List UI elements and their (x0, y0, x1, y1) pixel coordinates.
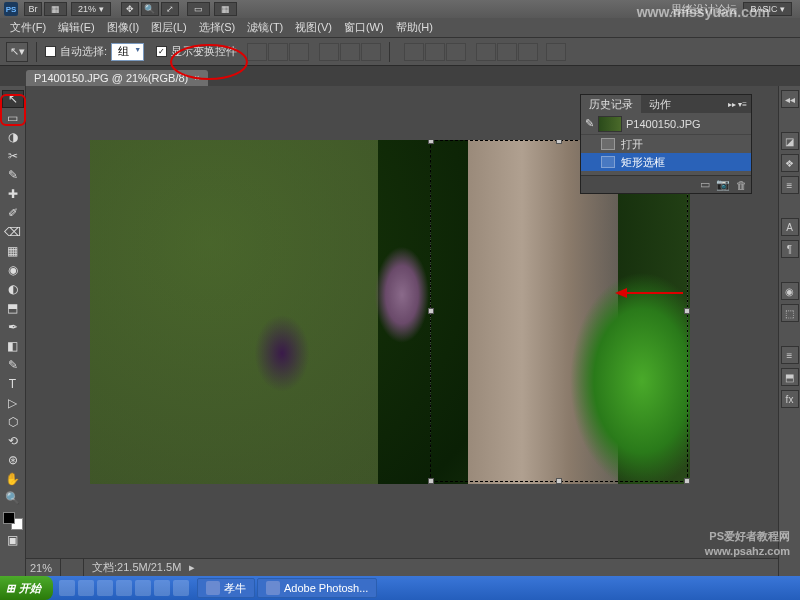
ql-icon-1[interactable] (59, 580, 75, 596)
blur-tool[interactable]: ✒ (2, 318, 24, 336)
move-tool-indicator[interactable]: ↖▾ (6, 42, 28, 62)
history-row-open[interactable]: 打开 (581, 135, 751, 153)
menu-edit[interactable]: 编辑(E) (52, 18, 101, 37)
taskbar-item-2[interactable]: Adobe Photosh... (257, 578, 377, 598)
close-tab-icon[interactable]: × (194, 73, 199, 83)
dist-top[interactable] (404, 43, 424, 61)
align-vcenter[interactable] (268, 43, 288, 61)
eyedropper-tool[interactable]: ✚ (2, 185, 24, 203)
pen-tool[interactable]: ✎ (2, 356, 24, 374)
align-top[interactable] (247, 43, 267, 61)
menu-select[interactable]: 选择(S) (193, 18, 242, 37)
start-button[interactable]: ⊞ 开始 (0, 576, 53, 600)
arrange-dropdown[interactable]: ▦ (214, 2, 237, 16)
zoom-tool[interactable]: 🔍 (2, 489, 24, 507)
quick-select-tool[interactable]: ✂ (2, 147, 24, 165)
ql-icon-4[interactable] (116, 580, 132, 596)
tab-actions[interactable]: 动作 (641, 95, 679, 114)
handle-mr[interactable] (684, 308, 690, 314)
channels-panel-icon[interactable]: ⬒ (781, 368, 799, 386)
paths-panel-icon[interactable]: fx (781, 390, 799, 408)
rotate-view-icon[interactable]: ⤢ (161, 2, 179, 16)
panel-menu-icon[interactable]: ▸▸ ▾≡ (724, 100, 751, 109)
menu-window[interactable]: 窗口(W) (338, 18, 390, 37)
bridge-button[interactable]: Br (24, 2, 42, 16)
quickmask-toggle[interactable]: ▣ (2, 531, 24, 549)
dist-hcenter[interactable] (497, 43, 517, 61)
ql-icon-6[interactable] (154, 580, 170, 596)
new-snapshot-icon[interactable]: 📷 (716, 178, 730, 191)
handle-br[interactable] (684, 478, 690, 484)
menu-view[interactable]: 视图(V) (289, 18, 338, 37)
swatches-panel-icon[interactable]: ❖ (781, 154, 799, 172)
marquee-tool[interactable]: ▭ (2, 109, 24, 127)
ql-icon-3[interactable] (97, 580, 113, 596)
view-layout-dropdown[interactable]: ▦ (44, 2, 67, 16)
dist-vcenter[interactable] (425, 43, 445, 61)
trash-icon[interactable]: 🗑 (736, 179, 747, 191)
dist-bottom[interactable] (446, 43, 466, 61)
type-tool[interactable]: T (2, 375, 24, 393)
align-hcenter[interactable] (340, 43, 360, 61)
menu-help[interactable]: 帮助(H) (390, 18, 439, 37)
lasso-tool[interactable]: ◑ (2, 128, 24, 146)
history-row-marquee[interactable]: 矩形选框 (581, 153, 751, 171)
brush-tool[interactable]: ⌫ (2, 223, 24, 241)
menu-image[interactable]: 图像(I) (101, 18, 145, 37)
auto-align[interactable] (546, 43, 566, 61)
expand-dock-icon[interactable]: ◂◂ (781, 90, 799, 108)
dist-left[interactable] (476, 43, 496, 61)
handle-ml[interactable] (428, 308, 434, 314)
healing-tool[interactable]: ✐ (2, 204, 24, 222)
handle-bl[interactable] (428, 478, 434, 484)
color-panel-icon[interactable]: ◪ (781, 132, 799, 150)
shape-tool[interactable]: ⬡ (2, 413, 24, 431)
handle-bc[interactable] (556, 478, 562, 484)
status-zoom[interactable]: 21% (30, 562, 52, 574)
crop-tool[interactable]: ✎ (2, 166, 24, 184)
screen-mode-dropdown[interactable]: ▭ (187, 2, 210, 16)
styles-panel-icon[interactable]: ≡ (781, 176, 799, 194)
gradient-tool[interactable]: ⬒ (2, 299, 24, 317)
taskbar-item-1[interactable]: 孝牛 (197, 578, 255, 598)
adjustments-panel-icon[interactable]: ◉ (781, 282, 799, 300)
eraser-tool[interactable]: ◐ (2, 280, 24, 298)
zoom-tool-icon[interactable]: 🔍 (141, 2, 159, 16)
layers-panel-icon[interactable]: ≡ (781, 346, 799, 364)
character-panel-icon[interactable]: A (781, 218, 799, 236)
align-right[interactable] (361, 43, 381, 61)
status-docinfo[interactable]: 文档:21.5M/21.5M (92, 560, 181, 575)
history-snapshot[interactable]: ✎ P1400150.JPG (581, 113, 751, 135)
3d-tool[interactable]: ⟲ (2, 432, 24, 450)
align-bottom[interactable] (289, 43, 309, 61)
path-select-tool[interactable]: ▷ (2, 394, 24, 412)
ql-icon-2[interactable] (78, 580, 94, 596)
stamp-tool[interactable]: ▦ (2, 242, 24, 260)
canvas-area[interactable]: 历史记录 动作 ▸▸ ▾≡ ✎ P1400150.JPG 打开 矩形选框 ▭ 📷 (26, 86, 778, 576)
new-doc-from-state-icon[interactable]: ▭ (700, 178, 710, 191)
menu-filter[interactable]: 滤镜(T) (241, 18, 289, 37)
hand-tool-icon[interactable]: ✥ (121, 2, 139, 16)
document-tab[interactable]: P1400150.JPG @ 21%(RGB/8) × (26, 70, 208, 86)
align-left[interactable] (319, 43, 339, 61)
paragraph-panel-icon[interactable]: ¶ (781, 240, 799, 258)
dodge-tool[interactable]: ◧ (2, 337, 24, 355)
auto-select-checkbox[interactable] (45, 46, 56, 57)
handle-tc[interactable] (556, 140, 562, 144)
move-tool[interactable]: ↖ (2, 90, 24, 108)
3d-camera-tool[interactable]: ⊛ (2, 451, 24, 469)
zoom-dropdown[interactable]: 21% ▾ (71, 2, 111, 16)
hand-tool[interactable]: ✋ (2, 470, 24, 488)
dist-right[interactable] (518, 43, 538, 61)
menu-layer[interactable]: 图层(L) (145, 18, 192, 37)
color-swatch[interactable] (3, 512, 23, 530)
ql-icon-7[interactable] (173, 580, 189, 596)
show-transform-checkbox[interactable]: ✓ (156, 46, 167, 57)
tab-history[interactable]: 历史记录 (581, 95, 641, 114)
history-brush-tool[interactable]: ◉ (2, 261, 24, 279)
workspace-dropdown[interactable]: BASIC ▾ (743, 2, 792, 16)
ql-icon-5[interactable] (135, 580, 151, 596)
status-arrow-icon[interactable]: ▸ (189, 561, 195, 574)
menu-file[interactable]: 文件(F) (4, 18, 52, 37)
masks-panel-icon[interactable]: ⬚ (781, 304, 799, 322)
